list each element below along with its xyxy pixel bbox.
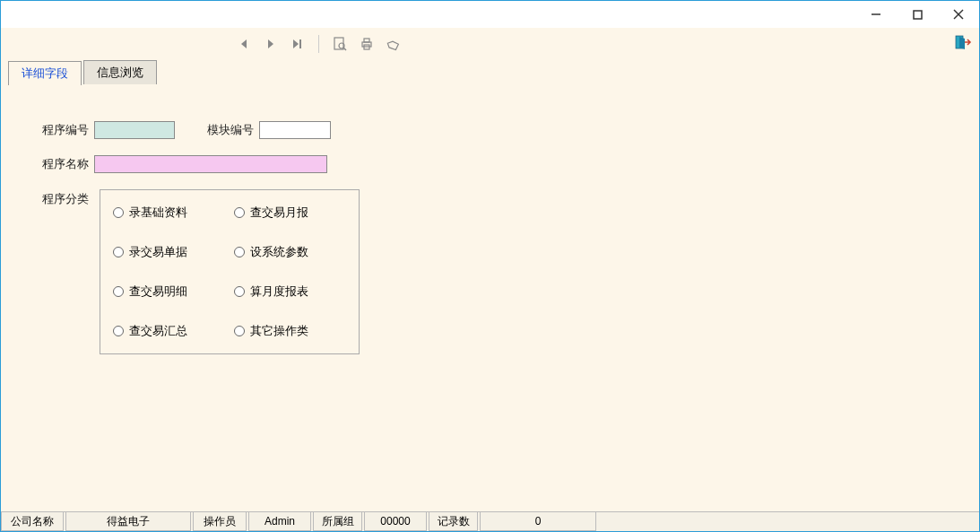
program-category-label: 程序分类 — [42, 189, 89, 207]
program-name-input[interactable] — [94, 155, 327, 173]
svg-marker-4 — [241, 39, 247, 48]
radio-monthly-report[interactable]: 查交易月报 — [234, 205, 346, 221]
svg-marker-14 — [387, 39, 400, 51]
radio-label: 设系统参数 — [250, 244, 308, 260]
module-code-input[interactable] — [259, 121, 331, 139]
program-code-label: 程序编号 — [42, 122, 89, 138]
status-records-label: 记录数 — [429, 512, 478, 531]
svg-rect-7 — [299, 39, 301, 48]
radio-transaction-summary[interactable]: 查交易汇总 — [113, 323, 225, 339]
svg-rect-1 — [914, 11, 922, 19]
radio-label: 录基础资料 — [129, 205, 187, 221]
status-group-value: 00000 — [364, 512, 427, 531]
toolbar-separator — [318, 35, 319, 53]
close-button[interactable] — [938, 1, 979, 28]
status-operator-value: Admin — [248, 512, 311, 531]
nav-next-icon[interactable] — [261, 34, 281, 54]
print-icon[interactable] — [357, 34, 377, 54]
category-group: 录基础资料 查交易月报 录交易单据 设系统参数 查交易明细 算月度报表 查交易汇… — [100, 189, 360, 354]
radio-label: 查交易月报 — [250, 205, 308, 221]
radio-monthly-calc[interactable]: 算月度报表 — [234, 283, 346, 300]
minimize-button[interactable] — [855, 1, 897, 28]
program-name-label: 程序名称 — [42, 156, 89, 172]
svg-marker-16 — [959, 37, 965, 49]
nav-prev-icon[interactable] — [234, 34, 254, 54]
exit-icon[interactable] — [954, 33, 974, 53]
tag-icon[interactable] — [384, 34, 403, 54]
svg-marker-5 — [268, 39, 273, 48]
radio-label: 录交易单据 — [129, 244, 187, 260]
tab-detail-fields[interactable]: 详细字段 — [8, 61, 82, 85]
tab-strip: 详细字段 信息浏览 — [1, 60, 979, 85]
radio-basic-data[interactable]: 录基础资料 — [113, 205, 225, 221]
radio-label: 其它操作类 — [250, 323, 308, 339]
status-records-value: 0 — [480, 512, 596, 531]
status-bar: 公司名称 得益电子 操作员 Admin 所属组 00000 记录数 0 — [1, 511, 979, 531]
titlebar — [1, 1, 979, 28]
toolbar — [1, 28, 979, 60]
preview-icon[interactable] — [330, 34, 350, 54]
svg-rect-12 — [364, 39, 369, 42]
radio-other-op[interactable]: 其它操作类 — [234, 323, 346, 339]
svg-marker-6 — [293, 39, 299, 48]
radio-system-params[interactable]: 设系统参数 — [234, 244, 346, 260]
program-code-input[interactable] — [94, 121, 175, 139]
module-code-label: 模块编号 — [207, 122, 254, 138]
radio-transaction-bill[interactable]: 录交易单据 — [113, 244, 225, 260]
tab-info-browse[interactable]: 信息浏览 — [83, 60, 157, 84]
status-company-value: 得益电子 — [65, 512, 191, 531]
form-panel: 程序编号 模块编号 程序名称 程序分类 录基础资料 查交易月报 录交易单据 设系… — [1, 85, 979, 511]
radio-label: 算月度报表 — [250, 283, 308, 300]
radio-transaction-detail[interactable]: 查交易明细 — [113, 283, 225, 300]
status-group-label: 所属组 — [313, 512, 362, 531]
radio-label: 查交易明细 — [129, 283, 187, 300]
status-company-label: 公司名称 — [1, 512, 64, 531]
status-operator-label: 操作员 — [193, 512, 247, 531]
nav-last-icon[interactable] — [288, 34, 308, 54]
maximize-button[interactable] — [897, 1, 938, 28]
radio-label: 查交易汇总 — [129, 323, 187, 339]
